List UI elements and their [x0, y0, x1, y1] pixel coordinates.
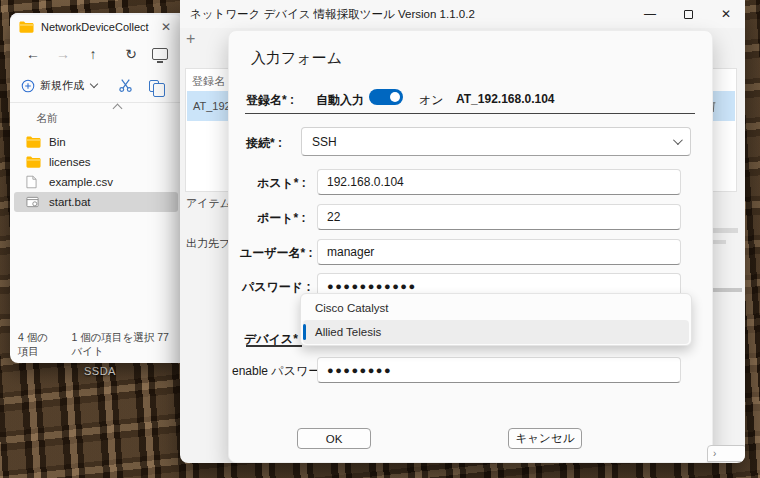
chevron-down-icon: [673, 135, 683, 145]
new-item-label: 新規作成: [40, 78, 84, 93]
dropdown-option-allied[interactable]: Allied Telesis: [303, 320, 689, 344]
explorer-window: NetworkDeviceCollect ✕ ← → ↑ ↻ 新規作成 名前: [10, 13, 182, 363]
chevron-down-icon: [90, 80, 98, 88]
username-label: ユーザー名* :: [240, 245, 313, 262]
scissors-icon: [118, 78, 133, 93]
folder-icon: [19, 20, 35, 34]
status-item-count: 4 個の項目: [18, 331, 57, 359]
host-input[interactable]: 192.168.0.104: [317, 169, 681, 195]
port-label: ポート* :: [257, 210, 306, 227]
folder-icon: [26, 155, 42, 169]
up-icon[interactable]: ↑: [78, 46, 108, 62]
option-label: Allied Telesis: [315, 326, 381, 338]
app-window: ネットワーク デバイス 情報採取ツール Version 1.1.0.2 — ✕ …: [180, 0, 745, 463]
app-title-bar: ネットワーク デバイス 情報採取ツール Version 1.1.0.2 — ✕: [180, 0, 745, 28]
folder-icon: [26, 135, 42, 149]
cancel-button[interactable]: キャンセル: [508, 428, 582, 449]
option-label: Cisco Catalyst: [315, 302, 389, 314]
auto-input-toggle[interactable]: [369, 89, 403, 105]
host-value: 192.168.0.104: [327, 175, 404, 189]
register-name-label: 登録名* :: [246, 92, 294, 109]
add-entry-icon[interactable]: +: [186, 30, 195, 48]
input-form-dialog: 入力フォーム 登録名* : 自動入力 オン AT_192.168.0.104 接…: [228, 30, 713, 463]
forward-icon: →: [48, 46, 78, 62]
corner-expander-button[interactable]: ›: [707, 445, 745, 462]
register-name-value: AT_192.168.0.104: [456, 92, 555, 106]
column-header-name[interactable]: 名前: [10, 103, 182, 132]
toggle-knob: [390, 92, 400, 102]
file-row-licenses[interactable]: licenses: [14, 152, 178, 172]
explorer-tab[interactable]: NetworkDeviceCollect ✕: [10, 15, 182, 39]
explorer-tab-bar: NetworkDeviceCollect ✕: [10, 13, 182, 39]
file-name: start.bat: [49, 196, 91, 208]
username-input[interactable]: manager: [317, 239, 681, 265]
close-button[interactable]: ✕: [707, 0, 745, 28]
minimize-button[interactable]: —: [631, 0, 669, 28]
connection-select[interactable]: SSH: [301, 127, 691, 156]
enable-password-input[interactable]: ●●●●●●●●: [317, 357, 681, 383]
new-item-button[interactable]: 新規作成: [16, 74, 102, 97]
port-value: 22: [327, 210, 340, 224]
explorer-toolbar: 新規作成: [10, 69, 182, 103]
bat-file-icon: [26, 195, 42, 209]
password-label: パスワード :: [242, 279, 310, 296]
host-label: ホスト* :: [257, 175, 306, 192]
output-folder-text: 出力先フ: [186, 236, 230, 251]
copy-button[interactable]: [149, 80, 159, 92]
file-row-bin[interactable]: Bin: [14, 132, 178, 152]
cut-button[interactable]: [118, 78, 133, 93]
toggle-state-label: オン: [419, 92, 444, 109]
desktop-icon-label[interactable]: SSDA: [84, 365, 116, 377]
maximize-icon: [684, 10, 693, 19]
desktop: SSDA NetworkDeviceCollect ✕ ← → ↑ ↻ 新規作成: [0, 0, 760, 478]
copy-icon: [149, 80, 159, 92]
plus-circle-icon: [21, 79, 35, 93]
file-name: Bin: [49, 136, 66, 148]
dropdown-option-cisco[interactable]: Cisco Catalyst: [303, 296, 689, 320]
chevron-right-icon: ›: [713, 448, 716, 459]
explorer-status-bar: 4 個の項目 1 個の項目を選択 77 バイト: [10, 331, 182, 359]
selected-accent-bar: [303, 324, 306, 340]
device-dropdown-popup: Cisco Catalyst Allied Telesis: [300, 293, 692, 346]
divider: [245, 113, 695, 114]
close-tab-icon[interactable]: ✕: [158, 20, 174, 34]
port-input[interactable]: 22: [317, 204, 681, 230]
explorer-nav-bar: ← → ↑ ↻: [10, 39, 182, 69]
auto-input-label: 自動入力: [316, 92, 364, 109]
file-name: licenses: [49, 156, 91, 168]
csv-file-icon: [26, 175, 42, 189]
explorer-tab-title: NetworkDeviceCollect: [41, 21, 152, 33]
username-value: manager: [327, 245, 374, 259]
connection-label: 接続* :: [246, 135, 282, 152]
enable-password-value: ●●●●●●●●: [327, 364, 392, 376]
file-row-example-csv[interactable]: example.csv: [14, 172, 178, 192]
device-select-edge: [246, 345, 302, 347]
connection-value: SSH: [312, 135, 337, 149]
ok-button[interactable]: OK: [297, 428, 371, 449]
file-name: example.csv: [49, 176, 113, 188]
dialog-title: 入力フォーム: [251, 49, 342, 68]
status-selection: 1 個の項目を選択 77 バイト: [71, 331, 174, 359]
maximize-button[interactable]: [669, 0, 707, 28]
this-pc-icon[interactable]: [152, 48, 168, 60]
password-value: ●●●●●●●●●●●: [327, 280, 417, 292]
refresh-icon[interactable]: ↻: [116, 46, 146, 62]
back-icon[interactable]: ←: [18, 46, 48, 62]
app-title: ネットワーク デバイス 情報採取ツール Version 1.1.0.2: [180, 7, 631, 22]
file-row-start-bat[interactable]: start.bat: [14, 192, 178, 212]
